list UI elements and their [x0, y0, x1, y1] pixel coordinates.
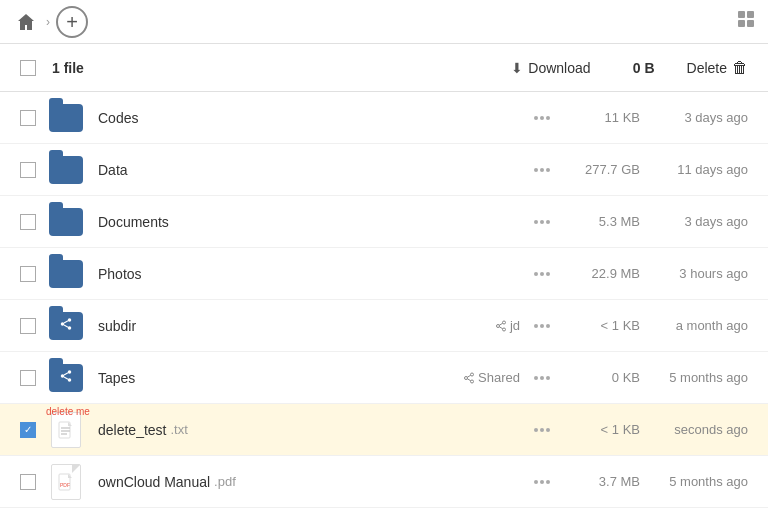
delete-button[interactable]: Delete 🗑 [687, 59, 748, 77]
file-name-text: subdir [98, 318, 136, 334]
shared-folder-icon [49, 312, 83, 340]
more-options-button[interactable] [528, 476, 556, 488]
home-button[interactable] [12, 8, 40, 36]
file-icon [48, 360, 84, 396]
file-date-label: 3 hours ago [648, 266, 748, 281]
files-toolbar: 1 file ⬇ Download 0 B Delete 🗑 [0, 44, 768, 92]
svg-line-12 [499, 326, 502, 328]
download-label: Download [528, 60, 590, 76]
table-row: ✓delete_test.txt< 1 KBseconds agodelete … [0, 404, 768, 456]
more-options-button[interactable] [528, 372, 556, 384]
file-name-label[interactable]: subdir [98, 318, 495, 334]
file-name-label[interactable]: ownCloud Manual.pdf [98, 474, 528, 490]
file-name-label[interactable]: Tapes [98, 370, 463, 386]
file-list: Codes11 KB3 days agoData277.7 GB11 days … [0, 92, 768, 508]
selected-size-label: 0 B [615, 60, 655, 76]
file-date-label: 3 days ago [648, 110, 748, 125]
breadcrumb-chevron: › [46, 15, 50, 29]
row-checkbox[interactable] [20, 370, 36, 386]
add-new-button[interactable]: + [56, 6, 88, 38]
share-user-label: jd [510, 318, 520, 333]
row-checkbox[interactable]: ✓ [20, 422, 36, 438]
svg-point-5 [61, 322, 65, 326]
row-checkbox[interactable] [20, 162, 36, 178]
svg-rect-2 [738, 20, 745, 27]
file-count-label: 1 file [52, 60, 487, 76]
svg-point-15 [61, 374, 65, 378]
svg-point-19 [471, 373, 474, 376]
row-checkbox[interactable] [20, 110, 36, 126]
file-name-label[interactable]: Photos [98, 266, 528, 282]
svg-point-20 [465, 376, 468, 379]
pdf-file-icon: PDF [51, 464, 81, 500]
table-row: Tapes Shared0 KB5 months ago [0, 352, 768, 404]
topbar: › + [0, 0, 768, 44]
svg-line-22 [467, 378, 470, 380]
svg-rect-0 [738, 11, 745, 18]
file-name-text: Documents [98, 214, 169, 230]
file-icon [48, 256, 84, 292]
share-user-label: Shared [478, 370, 520, 385]
file-extension: .txt [171, 422, 188, 437]
more-options-button[interactable] [528, 268, 556, 280]
svg-line-8 [64, 321, 68, 323]
more-dots-icon [534, 168, 550, 172]
table-row: Data277.7 GB11 days ago [0, 144, 768, 196]
table-row: Photos22.9 MB3 hours ago [0, 248, 768, 300]
row-checkbox[interactable] [20, 318, 36, 334]
svg-point-14 [68, 370, 72, 374]
grid-view-button[interactable] [736, 9, 756, 34]
svg-line-17 [64, 377, 68, 379]
folder-icon [49, 260, 83, 288]
file-name-text: Data [98, 162, 128, 178]
file-date-label: 5 months ago [648, 370, 748, 385]
table-row: Codes11 KB3 days ago [0, 92, 768, 144]
file-date-label: 11 days ago [648, 162, 748, 177]
table-row: subdir jd< 1 KBa month ago [0, 300, 768, 352]
svg-point-16 [68, 378, 72, 382]
svg-rect-1 [747, 11, 754, 18]
file-name-label[interactable]: delete_test.txt [98, 422, 528, 438]
share-link[interactable]: Shared [463, 370, 520, 385]
svg-line-18 [64, 373, 68, 375]
row-checkbox[interactable] [20, 474, 36, 490]
table-row: Documents5.3 MB3 days ago [0, 196, 768, 248]
file-name-label[interactable]: Documents [98, 214, 528, 230]
more-options-button[interactable] [528, 320, 556, 332]
file-date-label: seconds ago [648, 422, 748, 437]
share-badge-icon [59, 369, 73, 386]
file-size-label: 11 KB [560, 110, 640, 125]
svg-line-7 [64, 325, 68, 327]
more-dots-icon [534, 376, 550, 380]
trash-icon: 🗑 [732, 59, 748, 77]
file-extension: .pdf [214, 474, 236, 489]
svg-point-21 [471, 380, 474, 383]
file-name-label[interactable]: Data [98, 162, 528, 178]
file-size-label: < 1 KB [560, 422, 640, 437]
more-dots-icon [534, 480, 550, 484]
file-name-text: Photos [98, 266, 142, 282]
select-all-checkbox[interactable] [20, 60, 36, 76]
svg-line-23 [467, 375, 470, 377]
more-options-button[interactable] [528, 112, 556, 124]
file-icon [48, 204, 84, 240]
more-options-button[interactable] [528, 216, 556, 228]
more-options-button[interactable] [528, 424, 556, 436]
file-icon [48, 100, 84, 136]
svg-text:PDF: PDF [60, 482, 70, 488]
file-name-text: delete_test [98, 422, 167, 438]
download-button[interactable]: ⬇ Download [503, 56, 598, 80]
file-name-label[interactable]: Codes [98, 110, 528, 126]
svg-point-11 [502, 328, 505, 331]
breadcrumb-nav: › + [12, 6, 88, 38]
share-link[interactable]: jd [495, 318, 520, 333]
folder-icon [49, 208, 83, 236]
row-checkbox[interactable] [20, 266, 36, 282]
more-options-button[interactable] [528, 164, 556, 176]
folder-icon [49, 104, 83, 132]
row-checkbox[interactable] [20, 214, 36, 230]
view-toggle [736, 9, 756, 34]
svg-point-10 [496, 324, 499, 327]
more-dots-icon [534, 428, 550, 432]
file-size-label: 3.7 MB [560, 474, 640, 489]
